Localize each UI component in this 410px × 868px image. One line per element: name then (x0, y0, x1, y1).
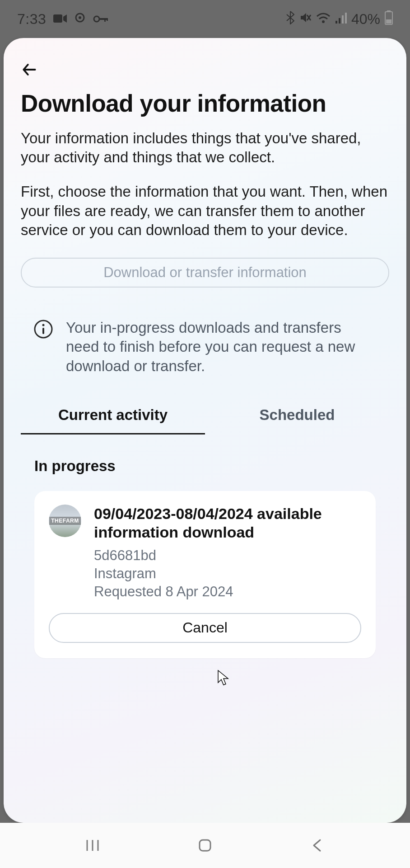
modal-sheet: Download your information Your informati… (4, 38, 406, 823)
tabs: Current activity Scheduled (21, 402, 389, 435)
status-bar: 7:33 40% (0, 0, 410, 38)
tab-current-label: Current activity (58, 406, 168, 423)
svg-rect-19 (42, 328, 44, 334)
status-time: 7:33 (17, 11, 46, 28)
download-card-service: Instagram (94, 565, 361, 583)
info-notice: Your in-progress downloads and transfers… (21, 318, 389, 376)
system-navbar (0, 823, 410, 868)
back-button[interactable] (21, 60, 41, 80)
in-progress-heading: In progress (21, 458, 389, 475)
signal-icon (335, 11, 347, 27)
svg-rect-10 (335, 21, 337, 24)
activity-icon (74, 11, 86, 27)
info-icon (33, 319, 54, 341)
svg-rect-11 (339, 18, 340, 24)
svg-point-9 (322, 20, 325, 23)
download-card: THEFARM 09/04/2023-08/04/2024 available … (34, 491, 376, 658)
svg-rect-5 (104, 18, 106, 22)
svg-point-3 (94, 16, 99, 22)
tab-scheduled-label: Scheduled (260, 406, 335, 423)
download-card-code: 5d6681bd (94, 547, 361, 565)
nav-recent-icon[interactable] (84, 836, 102, 854)
vpn-key-icon (93, 11, 108, 27)
bluetooth-icon (286, 11, 294, 28)
download-card-title: 09/04/2023-08/04/2024 available informat… (94, 505, 361, 542)
info-notice-text: Your in-progress downloads and transfers… (66, 318, 377, 376)
wifi-icon (316, 11, 331, 27)
intro-paragraph-1: Your information includes things that yo… (21, 129, 389, 167)
tab-current-activity[interactable]: Current activity (21, 402, 205, 434)
nav-back-icon[interactable] (308, 836, 326, 854)
svg-rect-23 (200, 840, 210, 851)
nav-home-icon[interactable] (196, 836, 214, 854)
svg-rect-6 (107, 18, 108, 21)
intro-paragraph-2: First, choose the information that you w… (21, 182, 389, 240)
page-title: Download your information (21, 90, 389, 117)
download-or-transfer-label: Download or transfer information (103, 264, 307, 281)
svg-point-18 (42, 324, 45, 326)
cancel-label: Cancel (182, 619, 228, 636)
svg-rect-4 (99, 18, 107, 20)
battery-text: 40% (351, 11, 380, 28)
download-card-requested: Requested 8 Apr 2024 (94, 583, 361, 601)
intro-text: Your information includes things that yo… (21, 129, 389, 240)
avatar: THEFARM (49, 505, 81, 537)
download-or-transfer-button[interactable]: Download or transfer information (21, 258, 389, 288)
svg-rect-0 (53, 14, 62, 23)
svg-rect-12 (342, 15, 344, 24)
svg-rect-16 (386, 19, 391, 24)
svg-rect-13 (345, 13, 347, 24)
cancel-button[interactable]: Cancel (49, 613, 361, 643)
svg-point-2 (79, 16, 81, 19)
mute-icon (299, 11, 312, 27)
battery-icon (385, 10, 393, 28)
tab-scheduled[interactable]: Scheduled (205, 402, 389, 434)
video-icon (53, 11, 67, 27)
